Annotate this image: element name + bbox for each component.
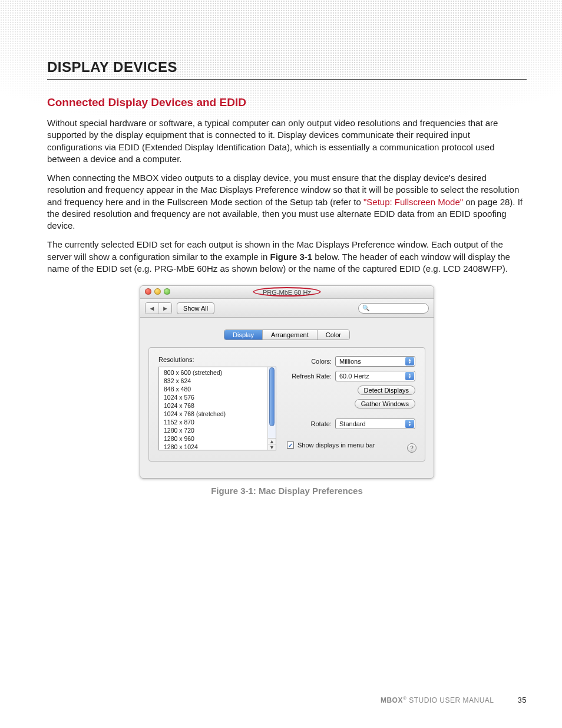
resolution-item[interactable]: 1152 x 870 [159,418,276,426]
close-icon[interactable] [145,288,151,295]
window-title: PRG-MbE 60 Hz [263,289,311,296]
window-titlebar: PRG-MbE 60 Hz [140,286,434,299]
scroll-down-icon[interactable]: ▼ [268,444,276,450]
resolution-item[interactable]: 800 x 600 (stretched) [159,368,276,377]
rotate-value: Standard [339,420,366,427]
colors-label: Colors: [287,358,332,365]
resolution-item[interactable]: 1280 x 1024 [159,443,276,450]
resolution-item[interactable]: 1024 x 576 [159,393,276,401]
figure-caption: Figure 3-1: Mac Display Preferences [47,486,527,496]
resolutions-list[interactable]: 800 x 600 (stretched) 832 x 624 848 x 48… [158,367,276,450]
footer-product: MBOX [381,696,403,704]
select-caret-icon: ▲▼ [405,357,414,365]
scroll-thumb[interactable] [269,367,275,426]
rotate-label: Rotate: [287,420,332,427]
paragraph-1: Without special hardware or software, a … [47,117,527,165]
scrollbar[interactable]: ▲ ▼ [267,367,276,450]
xref-setup-fullscreen[interactable]: "Setup: Fullscreen Mode" [363,197,463,207]
resolution-item[interactable]: 1280 x 720 [159,426,276,434]
back-button[interactable]: ◄ [146,303,158,314]
menubar-checkbox[interactable]: ✓ [287,442,294,449]
tab-display[interactable]: Display [224,330,262,340]
refresh-value: 60.0 Hertz [339,373,369,380]
page-number: 35 [518,696,527,704]
tab-arrangement[interactable]: Arrangement [262,330,317,340]
scroll-up-icon[interactable]: ▲ [268,438,276,444]
page-footer: MBOX® STUDIO USER MANUAL 35 [47,696,527,704]
resolution-item[interactable]: 1024 x 768 [159,401,276,410]
colors-value: Millions [339,358,361,365]
toolbar: ◄ ► Show All 🔍 [140,299,434,318]
forward-button[interactable]: ► [158,303,171,314]
refresh-label: Refresh Rate: [287,373,332,380]
tab-bar: Display Arrangement Color [224,330,350,340]
resolutions-label: Resolutions: [158,356,276,363]
select-caret-icon: ▲▼ [405,420,414,428]
mac-prefs-window: PRG-MbE 60 Hz ◄ ► Show All 🔍 Display Arr… [140,285,434,479]
help-button[interactable]: ? [407,443,416,453]
paragraph-2: When connecting the MBOX video outputs t… [47,172,527,232]
footer-rest: STUDIO USER MANUAL [406,696,494,704]
paragraph-3: The currently selected EDID set for each… [47,239,527,275]
figure-ref: Figure 3-1 [270,252,313,262]
subsection-heading: Connected Display Devices and EDID [47,96,527,109]
resolution-item[interactable]: 848 x 480 [159,385,276,393]
resolution-item[interactable]: 832 x 624 [159,377,276,385]
rotate-select[interactable]: Standard ▲▼ [335,419,415,429]
menubar-label: Show displays in menu bar [297,442,375,449]
detect-displays-button[interactable]: Detect Displays [358,386,415,395]
nav-segment: ◄ ► [145,302,172,314]
search-field[interactable]: 🔍 [358,303,429,314]
refresh-select[interactable]: 60.0 Hertz ▲▼ [335,371,415,381]
colors-select[interactable]: Millions ▲▼ [335,356,415,367]
show-all-button[interactable]: Show All [177,302,214,314]
zoom-icon[interactable] [164,288,170,295]
section-heading: DISPLAY DEVICES [47,59,527,80]
gather-windows-button[interactable]: Gather Windows [355,399,415,409]
search-icon: 🔍 [362,305,369,311]
resolution-item[interactable]: 1280 x 960 [159,434,276,443]
tab-color[interactable]: Color [317,330,349,340]
resolution-item[interactable]: 1024 x 768 (stretched) [159,410,276,418]
minimize-icon[interactable] [154,288,161,295]
select-caret-icon: ▲▼ [405,372,414,380]
display-panel: Resolutions: 800 x 600 (stretched) 832 x… [148,347,425,462]
